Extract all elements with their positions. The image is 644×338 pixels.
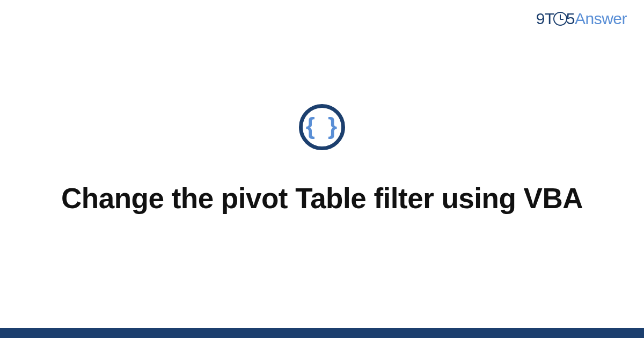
braces-glyph: { } <box>306 114 340 138</box>
brand-suffix: Answer <box>575 10 627 27</box>
site-brand[interactable]: 9T5Answer <box>536 10 627 28</box>
page-title: Change the pivot Table filter using VBA <box>32 181 612 216</box>
clock-icon <box>553 12 567 26</box>
main-content: { } Change the pivot Table filter using … <box>0 104 644 216</box>
footer-bar <box>0 328 644 338</box>
brand-mid: 5 <box>566 10 575 27</box>
brand-prefix: 9T <box>536 10 554 27</box>
code-braces-icon: { } <box>299 104 345 150</box>
